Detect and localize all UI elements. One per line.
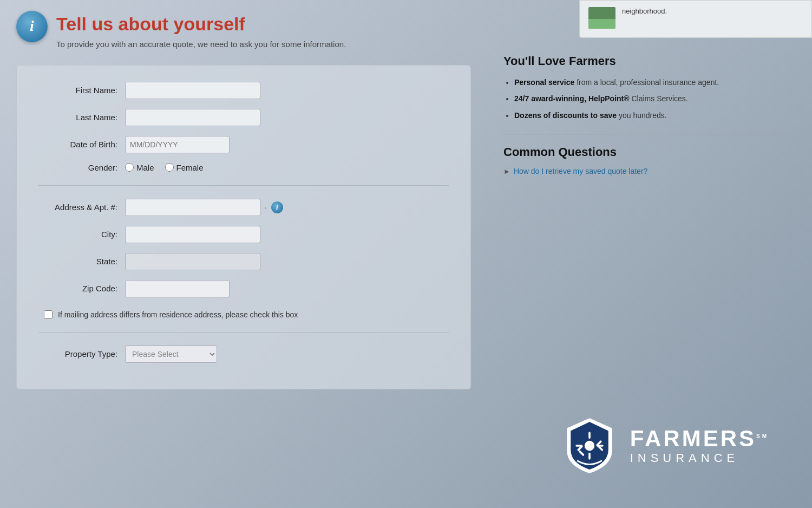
svg-rect-1 bbox=[588, 432, 591, 439]
zip-row: Zip Code: 84041 bbox=[38, 280, 449, 297]
right-column: You'll Love Farmers Personal service fro… bbox=[487, 0, 812, 508]
first-name-label: First Name: bbox=[38, 86, 125, 95]
personal-info-section: First Name: Last Name: Date of Birth: Ge… bbox=[38, 82, 449, 172]
address-row: Address & Apt. #: · i bbox=[38, 199, 449, 216]
address-input[interactable] bbox=[125, 199, 260, 216]
mailing-checkbox-label: If mailing address differs from residenc… bbox=[58, 310, 298, 319]
question-arrow-icon: ► bbox=[503, 167, 510, 175]
last-name-input[interactable] bbox=[125, 109, 260, 126]
section-divider bbox=[38, 185, 449, 186]
header-section: i Tell us about yourself To provide you … bbox=[16, 0, 471, 60]
you-love-section: You'll Love Farmers Personal service fro… bbox=[503, 54, 796, 121]
question-text-1: How do I retrieve my saved quote later? bbox=[514, 167, 647, 175]
first-name-input[interactable] bbox=[125, 82, 260, 99]
address-info-letter: i bbox=[276, 203, 278, 212]
bullet-item-2: 24/7 award-winning, HelpPoint® Claims Se… bbox=[514, 93, 796, 104]
question-link-1[interactable]: ► How do I retrieve my saved quote later… bbox=[503, 167, 796, 175]
svg-rect-2 bbox=[588, 453, 591, 460]
address-label: Address & Apt. #: bbox=[38, 203, 125, 212]
zip-label: Zip Code: bbox=[38, 284, 125, 293]
gender-male-option[interactable]: Male bbox=[125, 163, 154, 172]
address-info-icon[interactable]: i bbox=[271, 201, 283, 213]
gender-female-label: Female bbox=[176, 163, 204, 172]
gender-male-label: Male bbox=[136, 163, 154, 172]
info-circle-icon: i bbox=[16, 11, 48, 42]
you-love-title: You'll Love Farmers bbox=[503, 54, 796, 68]
farmers-logo: FARMERSSM INSURANCE bbox=[560, 416, 769, 476]
city-row: City: bbox=[38, 226, 449, 243]
you-love-list: Personal service from a local, professio… bbox=[503, 77, 796, 121]
bullet-2-bold: 24/7 award-winning, HelpPoint® bbox=[514, 94, 630, 103]
gender-label: Gender: bbox=[38, 163, 125, 172]
address-dot: · bbox=[265, 203, 267, 212]
farmers-brand-text: FARMERSSM INSURANCE bbox=[630, 426, 769, 465]
zip-input[interactable]: 84041 bbox=[125, 280, 230, 297]
farmers-name: FARMERSSM bbox=[630, 426, 769, 451]
svg-point-0 bbox=[584, 441, 594, 451]
address-section: Address & Apt. #: · i City: bbox=[38, 199, 449, 297]
gender-male-radio[interactable] bbox=[125, 163, 134, 172]
state-label: State: bbox=[38, 257, 125, 266]
city-label: City: bbox=[38, 230, 125, 239]
last-name-label: Last Name: bbox=[38, 113, 125, 122]
dob-input[interactable] bbox=[125, 136, 230, 153]
farmers-insurance-word: INSURANCE bbox=[630, 451, 769, 465]
common-questions-title: Common Questions bbox=[503, 145, 796, 159]
gender-female-radio[interactable] bbox=[165, 163, 174, 172]
gender-female-option[interactable]: Female bbox=[165, 163, 204, 172]
farmers-shield-icon bbox=[560, 416, 619, 476]
side-panel: You'll Love Farmers Personal service fro… bbox=[503, 54, 796, 175]
bullet-3-bold: Dozens of discounts to save bbox=[514, 111, 617, 120]
city-input[interactable] bbox=[125, 226, 260, 243]
page-title: Tell us about yourself bbox=[56, 13, 346, 35]
side-panel-divider bbox=[503, 134, 796, 134]
property-type-select[interactable]: Please Select House Condo Apartment Mobi… bbox=[125, 346, 217, 363]
address-row-inner: · i bbox=[125, 199, 252, 216]
state-row: State: Utah bbox=[38, 253, 449, 270]
info-circle-letter: i bbox=[30, 17, 34, 35]
mailing-checkbox-row: If mailing address differs from residenc… bbox=[38, 310, 449, 319]
left-column: i Tell us about yourself To provide you … bbox=[0, 0, 487, 508]
property-type-row: Property Type: Please Select House Condo… bbox=[38, 346, 449, 363]
farmers-sm: SM bbox=[756, 433, 769, 439]
bullet-3-rest: you hundreds. bbox=[619, 111, 667, 120]
property-divider bbox=[38, 332, 449, 333]
page-subtitle: To provide you with an accurate quote, w… bbox=[56, 40, 346, 49]
last-name-row: Last Name: bbox=[38, 109, 449, 126]
form-card: First Name: Last Name: Date of Birth: Ge… bbox=[16, 65, 471, 389]
dob-label: Date of Birth: bbox=[38, 140, 125, 149]
bullet-item-3: Dozens of discounts to save you hundreds… bbox=[514, 110, 796, 121]
gender-row: Gender: Male Female bbox=[38, 163, 449, 172]
bullet-item-1: Personal service from a local, professio… bbox=[514, 77, 796, 88]
state-input[interactable]: Utah bbox=[125, 253, 260, 270]
dob-row: Date of Birth: bbox=[38, 136, 449, 153]
bullet-1-rest: from a local, professional insurance age… bbox=[577, 78, 719, 87]
property-type-label: Property Type: bbox=[38, 349, 125, 359]
mailing-checkbox[interactable] bbox=[44, 310, 53, 319]
bullet-1-bold: Personal service bbox=[514, 78, 574, 87]
first-name-row: First Name: bbox=[38, 82, 449, 99]
bullet-2-rest: Claims Services. bbox=[631, 94, 687, 103]
common-questions-section: Common Questions ► How do I retrieve my … bbox=[503, 145, 796, 175]
gender-group: Male Female bbox=[125, 163, 204, 172]
header-text-block: Tell us about yourself To provide you wi… bbox=[56, 11, 346, 49]
